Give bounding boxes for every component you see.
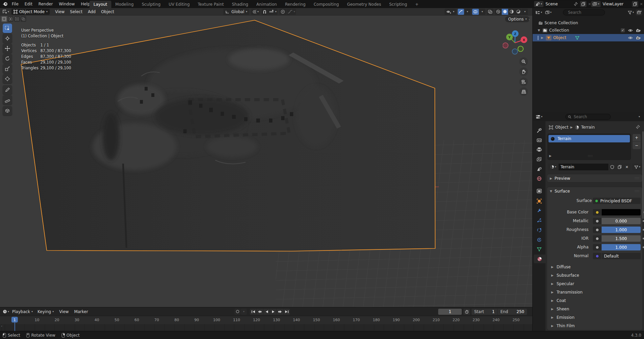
tool-scale[interactable] — [3, 64, 12, 73]
value-socket-chip[interactable] — [593, 244, 601, 250]
tab-world[interactable] — [534, 174, 544, 183]
tool-measure[interactable] — [3, 95, 12, 105]
next-keyframe-button[interactable] — [277, 309, 283, 315]
playhead-frame-badge[interactable]: 1 — [11, 317, 18, 323]
tab-shading[interactable]: Shading — [228, 1, 252, 8]
collection-checkbox[interactable]: ✓ — [621, 28, 625, 32]
value-socket-chip[interactable] — [593, 227, 601, 233]
prev-keyframe-button[interactable] — [257, 309, 263, 315]
subpanel-sheen[interactable]: ▶Sheen — [547, 305, 642, 313]
animate-decorator[interactable] — [643, 229, 644, 231]
vector-socket-chip[interactable] — [593, 253, 601, 259]
base-color-swatch[interactable] — [602, 209, 641, 215]
gizmo-y-neg-axis[interactable] — [518, 46, 523, 52]
tab-collection-props[interactable] — [534, 187, 544, 195]
shading-material-button[interactable] — [508, 9, 515, 15]
breadcrumb-data[interactable]: Terrain — [581, 125, 595, 130]
resize-grip[interactable]: :::: — [588, 155, 593, 158]
select-mode-new-button[interactable] — [1, 16, 7, 22]
tool-add-cube[interactable] — [3, 106, 12, 115]
expand-chevron-icon[interactable]: ▼ — [538, 29, 540, 32]
subpanel-diffuse[interactable]: ▶Diffuse — [547, 263, 642, 271]
options-dropdown[interactable]: Options ▾ — [505, 16, 530, 22]
new-collection-button[interactable] — [636, 9, 642, 15]
navigation-gizmo[interactable]: Z Y X — [503, 30, 532, 59]
use-preview-range-toggle[interactable] — [463, 309, 470, 315]
panel-grip[interactable]: :::: — [635, 177, 640, 180]
proportional-falloff-dropdown[interactable]: ▾ — [287, 9, 296, 15]
pin-icon[interactable] — [574, 2, 578, 6]
outliner-row-object[interactable]: ▶ Object — [533, 34, 644, 41]
shading-dropdown[interactable]: ▾ — [522, 9, 528, 15]
tab-scene[interactable] — [534, 165, 544, 173]
alpha-slider[interactable]: 1.000 — [602, 244, 641, 250]
tab-modeling[interactable]: Modeling — [111, 1, 138, 8]
value-socket-chip[interactable] — [593, 218, 601, 224]
properties-search[interactable] — [565, 114, 611, 120]
jump-to-start-button[interactable] — [250, 309, 256, 315]
tab-compositing[interactable]: Compositing — [310, 1, 343, 8]
frame-start-field[interactable]: Start 1 — [471, 309, 497, 315]
menu-object[interactable]: Object — [98, 8, 117, 15]
tab-modifiers[interactable] — [534, 206, 544, 215]
subpanel-transmission[interactable]: ▶Transmission — [547, 288, 642, 296]
camera-view-button[interactable] — [519, 77, 528, 86]
show-gizmo-toggle[interactable] — [458, 9, 464, 15]
outliner-search[interactable] — [563, 9, 605, 15]
value-socket-chip[interactable] — [593, 235, 601, 242]
pan-view-button[interactable] — [519, 67, 528, 76]
search-input[interactable] — [573, 114, 608, 120]
subpanel-specular[interactable]: ▶Specular — [547, 279, 642, 288]
properties-options-dropdown[interactable]: ▾ — [639, 115, 642, 118]
frame-end-field[interactable]: End 250 — [498, 309, 527, 315]
snap-to-dropdown[interactable]: ▾ — [268, 9, 277, 15]
animate-decorator[interactable] — [643, 246, 644, 248]
current-frame-field[interactable]: 1 — [438, 309, 462, 315]
link-mode-dropdown[interactable]: ▾ — [632, 164, 642, 170]
surface-shader-menu[interactable]: Principled BSDF — [593, 198, 641, 204]
view-layer-name-field[interactable]: ViewLayer — [601, 1, 632, 7]
search-input[interactable] — [567, 10, 602, 15]
tab-tool[interactable] — [534, 126, 544, 135]
xray-toggle[interactable] — [487, 9, 493, 15]
play-button[interactable] — [270, 309, 276, 315]
subpanel-emission[interactable]: ▶Emission — [547, 313, 642, 321]
tab-view-layer[interactable] — [534, 155, 544, 164]
outliner-row-collection[interactable]: ▼ Collection ✓ — [533, 27, 644, 34]
viewport-3d[interactable]: Options ▾ User Perspective (1) Collectio… — [0, 15, 532, 307]
breadcrumb-object[interactable]: Object — [555, 125, 568, 130]
shading-wireframe-button[interactable] — [495, 9, 501, 15]
tab-object[interactable] — [534, 197, 544, 205]
tab-constraints[interactable] — [534, 235, 544, 244]
auto-keying-toggle[interactable] — [234, 309, 240, 315]
tab-material[interactable] — [534, 255, 545, 263]
hide-eye-icon[interactable] — [628, 36, 633, 40]
menu-window[interactable]: Window — [56, 0, 78, 8]
subpanel-thin-film[interactable]: ▶Thin Film — [547, 321, 642, 330]
transform-orientation-dropdown[interactable]: Global ▾ — [223, 9, 249, 15]
select-mode-extend-button[interactable] — [8, 16, 13, 22]
add-workspace-button[interactable]: + — [411, 1, 423, 8]
scene-copy-button[interactable] — [580, 1, 586, 7]
menu-render[interactable]: Render — [35, 0, 56, 8]
select-mode-intersect-button[interactable] — [21, 16, 26, 22]
auto-keying-dropdown[interactable]: ▾ — [241, 309, 247, 315]
toggle-orthographic-button[interactable] — [519, 87, 528, 96]
menu-file[interactable]: File — [9, 0, 22, 8]
timeline-collapse-arrow[interactable]: ‹ — [1, 324, 2, 328]
normal-menu[interactable]: Default — [602, 253, 641, 259]
tool-transform[interactable] — [3, 74, 12, 83]
tab-output[interactable] — [534, 145, 544, 154]
hide-eye-icon[interactable] — [628, 29, 633, 32]
subpanel-subsurface[interactable]: ▶Subsurface — [547, 271, 642, 279]
expand-chevron-icon[interactable]: ▶ — [549, 154, 552, 158]
disable-render-camera-icon[interactable] — [636, 29, 641, 32]
timeline-track-area[interactable] — [0, 324, 532, 331]
view-layer-remove-button[interactable]: ✕ — [638, 2, 644, 6]
region-toggle-arrow[interactable]: ‹ — [529, 18, 530, 21]
tool-select-box[interactable] — [3, 24, 12, 33]
snap-toggle-button[interactable] — [262, 9, 268, 15]
scene-browse-button[interactable]: ▾ — [534, 1, 543, 7]
display-mode-dropdown[interactable]: ▾ — [544, 9, 553, 15]
jump-to-end-button[interactable] — [283, 309, 290, 315]
